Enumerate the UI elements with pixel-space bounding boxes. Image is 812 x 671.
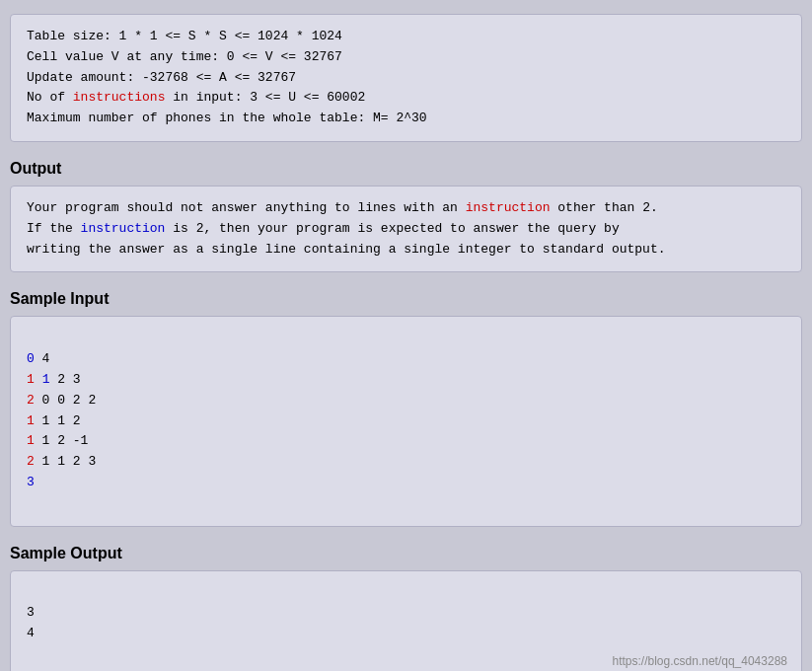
sample-input-line-3: 1 1 1 2 [27, 411, 785, 432]
output-heading: Output [0, 152, 812, 182]
constraint-line-5: Maximum number of phones in the whole ta… [27, 109, 785, 129]
sample-output-heading: Sample Output [0, 537, 812, 566]
sample-output-line-2: 4 [27, 624, 785, 644]
sample-input-line-2: 2 0 0 2 2 [27, 391, 785, 411]
constraint-line-2: Cell value V at any time: 0 <= V <= 3276… [27, 47, 785, 68]
constraint-line-1: Table size: 1 * 1 <= S * S <= 1024 * 102… [27, 27, 785, 47]
constraint-line-3: Update amount: -32768 <= A <= 32767 [27, 68, 785, 89]
sample-input-line-4: 1 1 2 -1 [27, 431, 785, 452]
constraint-line-4: No of instructions in input: 3 <= U <= 6… [27, 88, 785, 109]
output-line-2: If the instruction is 2, then your progr… [27, 219, 785, 240]
sample-input-box: 0 4 1 1 2 3 2 0 0 2 2 1 1 1 2 1 1 2 -1 2… [10, 316, 802, 526]
output-box: Your program should not answer anything … [10, 186, 802, 272]
constraints-box: Table size: 1 * 1 <= S * S <= 1024 * 102… [10, 14, 802, 142]
sample-output-line-1: 3 [27, 603, 785, 624]
sample-input-heading: Sample Input [0, 282, 812, 312]
sample-input-line-5: 2 1 1 2 3 [27, 452, 785, 473]
sample-input-line-1: 1 1 2 3 [27, 370, 785, 391]
watermark: https://blog.csdn.net/qq_4043288 [613, 652, 787, 671]
sample-input-line-6: 3 [27, 473, 785, 493]
sample-output-box: 3 4 https://blog.csdn.net/qq_4043288 [10, 570, 802, 671]
output-line-1: Your program should not answer anything … [27, 198, 785, 219]
output-line-3: writing the answer as a single line cont… [27, 240, 785, 261]
sample-input-line-0: 0 4 [27, 349, 785, 370]
